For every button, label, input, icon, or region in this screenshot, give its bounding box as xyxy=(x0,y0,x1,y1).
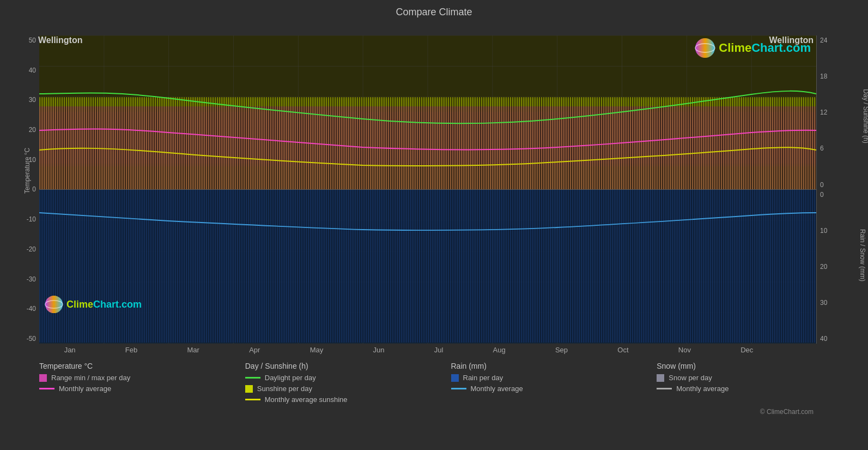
legend-col-temperature: Temperature °C Range min / max per day M… xyxy=(39,362,245,404)
y-left-20: 20 xyxy=(29,126,36,134)
y-axis-left-label: Temperature °C xyxy=(23,147,31,193)
svg-rect-38 xyxy=(39,106,816,189)
y-right-30: 30 xyxy=(820,299,827,307)
y-right-24: 24 xyxy=(820,37,827,44)
legend-title-sunshine: Day / Sunshine (h) xyxy=(245,362,451,370)
brand-icon xyxy=(695,38,715,58)
legend-item-daylight: Daylight per day xyxy=(245,374,451,382)
legend-swatch-snow xyxy=(657,374,664,382)
y-right-top-label: Day / Sunshine (h) xyxy=(861,89,868,143)
main-chart xyxy=(39,35,816,344)
y-right-bottom-label: Rain / Snow (mm) xyxy=(859,229,866,281)
legend-item-sunshine-swatch: Sunshine per day xyxy=(245,385,451,393)
legend-item-snow-swatch: Snow per day xyxy=(657,374,863,382)
x-axis: Jan Feb Mar Apr May Jun Jul Aug Sep Oct … xyxy=(0,344,868,354)
brand-logo-top-right: ClimeChart.com xyxy=(695,38,811,58)
y-right-0-rain: 0 xyxy=(820,191,824,199)
y-left--30: -30 xyxy=(27,275,36,283)
legend-line-sunshine-avg xyxy=(245,399,260,400)
x-month-apr: Apr xyxy=(249,346,260,354)
x-month-mar: Mar xyxy=(187,346,199,354)
legend-col-rain: Rain (mm) Rain per day Monthly average xyxy=(451,362,657,404)
y-right-0-sun: 0 xyxy=(820,181,824,189)
svg-rect-40 xyxy=(39,190,816,343)
legend-swatch-rain xyxy=(451,374,459,382)
x-month-jul: Jul xyxy=(434,346,444,354)
location-label-left: Wellington xyxy=(38,35,82,45)
y-left--50: -50 xyxy=(27,335,36,343)
y-left--20: -20 xyxy=(27,245,36,253)
svg-point-41 xyxy=(45,296,63,313)
y-right-18: 18 xyxy=(820,73,827,80)
y-right-6: 6 xyxy=(820,145,824,152)
brand-text: ClimeChart.com xyxy=(719,41,811,55)
x-month-aug: Aug xyxy=(493,346,506,354)
y-left--10: -10 xyxy=(27,215,36,223)
x-month-oct: Oct xyxy=(617,346,628,354)
legend-area: Temperature °C Range min / max per day M… xyxy=(0,354,868,404)
legend-item-sunshine-avg: Monthly average sunshine xyxy=(245,395,451,404)
y-right-12: 12 xyxy=(820,109,827,116)
brand-logo-bottom-left: ClimeChart.com xyxy=(45,295,142,314)
y-left--40: -40 xyxy=(27,305,36,313)
legend-line-temp-avg xyxy=(39,388,54,389)
x-month-nov: Nov xyxy=(678,346,691,354)
legend-title-rain: Rain (mm) xyxy=(451,362,657,370)
y-left-30: 30 xyxy=(29,96,36,104)
legend-line-daylight xyxy=(245,377,260,379)
legend-title-temp: Temperature °C xyxy=(39,362,245,370)
legend-col-snow: Snow (mm) Snow per day Monthly average xyxy=(657,362,863,404)
legend-swatch-sunshine xyxy=(245,385,253,393)
y-left-40: 40 xyxy=(29,67,36,74)
legend-col-sunshine: Day / Sunshine (h) Daylight per day Suns… xyxy=(245,362,451,404)
x-month-sep: Sep xyxy=(555,346,568,354)
page-title: Compare Climate xyxy=(0,0,868,20)
legend-line-snow-avg xyxy=(657,388,672,389)
x-month-jan: Jan xyxy=(64,346,76,354)
y-right-10: 10 xyxy=(820,227,827,235)
legend-item-rain-avg: Monthly average xyxy=(451,385,657,393)
svg-point-0 xyxy=(695,38,715,58)
x-month-jun: Jun xyxy=(373,346,384,354)
legend-title-snow: Snow (mm) xyxy=(657,362,863,370)
y-left-50: 50 xyxy=(29,37,36,44)
legend-item-rain-swatch: Rain per day xyxy=(451,374,657,382)
legend-item-temp-range: Range min / max per day xyxy=(39,374,245,382)
legend-item-temp-avg: Monthly average xyxy=(39,385,245,393)
copyright: © ClimeChart.com xyxy=(0,408,868,416)
legend-line-rain-avg xyxy=(451,388,466,389)
x-month-may: May xyxy=(310,346,324,354)
x-month-feb: Feb xyxy=(125,346,137,354)
legend-swatch-temp-range xyxy=(39,374,47,382)
y-right-40: 40 xyxy=(820,335,827,343)
legend-item-snow-avg: Monthly average xyxy=(657,385,863,393)
y-right-20: 20 xyxy=(820,263,827,271)
x-month-dec: Dec xyxy=(740,346,753,354)
y-left-0: 0 xyxy=(32,185,36,193)
